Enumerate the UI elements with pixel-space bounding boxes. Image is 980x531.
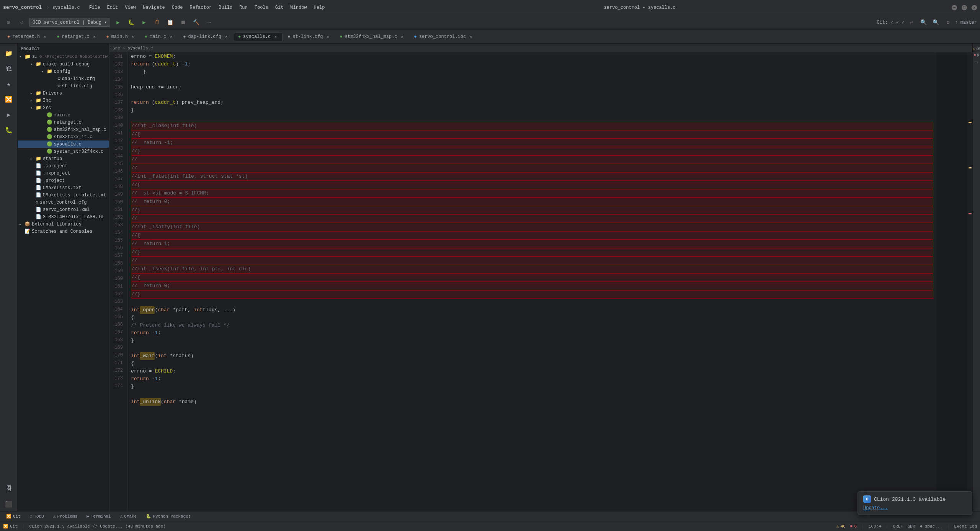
debug-config-selector[interactable]: OCD servo_control | Debug ▾ <box>29 18 110 27</box>
status-git[interactable]: 🔀 Git <box>3 524 18 529</box>
tree-item-drivers[interactable]: ▸ 📁 Drivers <box>18 90 109 97</box>
structure-icon[interactable]: 🏗 <box>2 62 16 76</box>
favorites-icon[interactable]: ★ <box>2 77 16 91</box>
code-line[interactable]: int _wait(int *status) <box>131 352 933 360</box>
tree-item-inc[interactable]: ▸ 📁 Inc <box>18 97 109 104</box>
tab-close-button[interactable]: ✕ <box>130 34 136 39</box>
code-line[interactable]: } <box>131 383 933 390</box>
tree-item-stm32f4xx_hal_msp-c[interactable]: 🟢 stm32f4xx_hal_msp.c <box>18 126 109 133</box>
tab-syscalls-c[interactable]: ● syscalls.c ✕ <box>234 32 283 41</box>
debug-icon[interactable]: 🐛 <box>2 123 16 137</box>
tree-item-retarget-c[interactable]: 🟢 retarget.c <box>18 119 109 126</box>
code-line[interactable]: } <box>131 337 933 345</box>
code-line[interactable]: heap_end += incr; <box>131 83 933 91</box>
code-line[interactable] <box>131 345 933 352</box>
code-line[interactable]: //{ <box>131 273 933 282</box>
git-tab[interactable]: 🔀 Git <box>3 513 24 520</box>
code-line[interactable]: // <box>131 155 933 164</box>
run-coverage-button[interactable]: ▶ <box>139 17 149 28</box>
terminal-tab[interactable]: ▶ Terminal <box>83 513 114 520</box>
code-line[interactable]: return -1; <box>131 375 933 383</box>
code-editor[interactable]: 1311321331341351361371381391401411421431… <box>109 53 972 511</box>
code-line[interactable]: /* Pretend like we always fail */ <box>131 322 933 329</box>
tab-retarget-h[interactable]: ● retarget.h ✕ <box>3 32 52 41</box>
tree-item-system_stm32f4xx-c[interactable]: 🟢 system_stm32f4xx.c <box>18 148 109 155</box>
code-line[interactable] <box>131 390 933 398</box>
code-line[interactable]: //{ <box>131 181 933 189</box>
code-line[interactable]: //int _close(int file) <box>131 122 933 130</box>
problems-tab[interactable]: ⚠ Problems <box>50 513 80 520</box>
code-line[interactable]: // <box>131 164 933 172</box>
profile-button[interactable]: ⏱ <box>152 17 162 28</box>
tree-item-servo_control-cfg[interactable]: ⚙ servo_control.cfg <box>18 199 109 206</box>
charset[interactable]: GBK <box>908 524 915 529</box>
database-icon[interactable]: 🗄 <box>2 482 16 496</box>
tab-close-button[interactable]: ✕ <box>400 34 405 39</box>
tree-item-cmakelists-txt[interactable]: 📄 CMakeLists.txt <box>18 184 109 191</box>
search-everywhere[interactable]: 🔍 <box>930 17 941 28</box>
back-button[interactable]: ◁ <box>16 17 27 28</box>
project-icon[interactable]: 📁 <box>2 47 16 60</box>
code-line[interactable]: { <box>131 314 933 322</box>
code-line[interactable]: //} <box>131 290 933 299</box>
code-line[interactable]: //} <box>131 206 933 214</box>
menu-refactor[interactable]: Refactor <box>187 3 215 12</box>
more-debug-button[interactable]: ⋯ <box>204 17 214 28</box>
tree-item-scratches-and-consoles[interactable]: 📝 Scratches and Consoles <box>18 228 109 235</box>
code-line[interactable]: // return 0; <box>131 198 933 206</box>
tree-item--project[interactable]: 📄 .project <box>18 177 109 184</box>
code-line[interactable]: } <box>131 68 933 76</box>
code-line[interactable]: //int _lseek(int file, int ptr, int dir) <box>131 265 933 273</box>
code-line[interactable]: //} <box>131 248 933 257</box>
code-line[interactable]: { <box>131 360 933 368</box>
tree-item--mxproject[interactable]: 📄 .mxproject <box>18 170 109 177</box>
line-ending[interactable]: CRLF <box>893 524 903 529</box>
menu-help[interactable]: Help <box>311 3 328 12</box>
tab-close-button[interactable]: ✕ <box>42 34 47 39</box>
code-line[interactable]: return (caddr_t) prev_heap_end; <box>131 99 933 106</box>
code-line[interactable] <box>131 76 933 83</box>
code-line[interactable]: errno = ECHILD; <box>131 368 933 375</box>
git-search[interactable]: 🔍 <box>918 17 929 28</box>
error-status[interactable]: ✖ 6 <box>850 524 857 529</box>
code-line[interactable]: } <box>131 106 933 114</box>
tree-item-dap-link-cfg[interactable]: ⚙ dap-link.cfg <box>18 75 109 82</box>
code-line[interactable]: //} <box>131 147 933 155</box>
menu-view[interactable]: View <box>122 3 139 12</box>
code-line[interactable]: // return 0; <box>131 282 933 290</box>
menu-window[interactable]: Window <box>287 3 310 12</box>
tree-item-external-libraries[interactable]: ▸ 📦 External Libraries <box>18 221 109 228</box>
run-icon[interactable]: ▶ <box>2 108 16 122</box>
tab-close-button[interactable]: ✕ <box>273 34 278 39</box>
menu-build[interactable]: Build <box>216 3 235 12</box>
run-button[interactable]: ▶ <box>113 17 123 28</box>
update-link[interactable]: Update... <box>863 505 888 511</box>
menu-edit[interactable]: Edit <box>104 3 121 12</box>
tab-dap-link-cfg[interactable]: ● dap-link.cfg ✕ <box>179 32 233 41</box>
tree-item-st-link-cfg[interactable]: ⚙ st-link.cfg <box>18 82 109 90</box>
scrollbar-right[interactable] <box>967 53 972 511</box>
code-line[interactable]: // st->st_mode = S_IFCHR; <box>131 189 933 198</box>
code-line[interactable]: // return -1; <box>131 139 933 147</box>
menu-navigate[interactable]: Navigate <box>140 3 168 12</box>
code-line[interactable] <box>131 114 933 122</box>
cursor-position[interactable]: 160:4 <box>869 524 881 529</box>
editor-options[interactable]: ⋮ <box>974 60 978 64</box>
tree-item-cmake-build-debug[interactable]: ▾ 📁 cmake-build-debug <box>18 60 109 68</box>
minimize-button[interactable]: — <box>952 5 957 10</box>
code-line[interactable]: return (caddr_t) -1; <box>131 60 933 68</box>
git-rollback[interactable]: ↩ <box>906 17 916 28</box>
memory-button[interactable]: 📋 <box>165 17 175 28</box>
maximize-button[interactable]: □ <box>962 5 967 10</box>
menu-file[interactable]: File <box>86 3 103 12</box>
code-content[interactable]: errno = ENOMEM; return (caddr_t) -1; } h… <box>128 53 936 511</box>
code-line[interactable] <box>131 299 933 306</box>
code-line[interactable]: // <box>131 214 933 223</box>
tab-servo_control-ioc[interactable]: ● servo_control.ioc ✕ <box>410 32 478 41</box>
code-line[interactable]: //int _isatty(int file) <box>131 223 933 231</box>
tree-item-src[interactable]: ▾ 📁 Src <box>18 104 109 111</box>
code-line[interactable]: // <box>131 257 933 265</box>
menu-git[interactable]: Git <box>272 3 287 12</box>
code-line[interactable]: //{ <box>131 231 933 240</box>
close-button[interactable]: ✕ <box>972 5 977 10</box>
